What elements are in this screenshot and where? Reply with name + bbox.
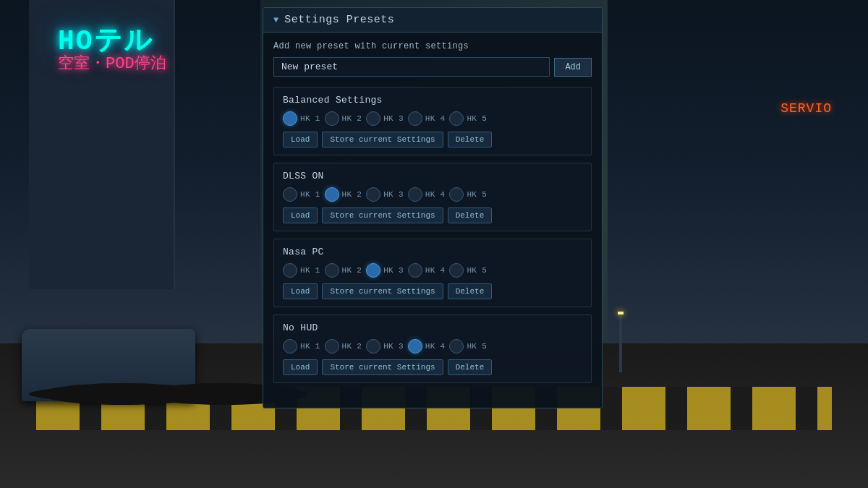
hotkey-item-balanced-hk4: HK 4 <box>408 111 446 126</box>
hotkey-circle-balanced-hk2[interactable] <box>325 111 339 126</box>
hotkey-label-balanced-hk2: HK 2 <box>342 114 362 123</box>
hotel-sub-sign: 空室・POD停泊 <box>58 52 166 74</box>
actions-row-dlss: LoadStore current SettingsDelete <box>283 207 582 223</box>
store-button-nohud[interactable]: Store current Settings <box>322 359 443 375</box>
hotkey-item-balanced-hk1: HK 1 <box>283 111 320 126</box>
hotkey-label-nohud-hk5: HK 5 <box>467 342 487 351</box>
load-button-balanced[interactable]: Load <box>283 132 318 147</box>
hotkey-label-nohud-hk4: HK 4 <box>425 342 446 351</box>
hotkey-item-nohud-hk3: HK 3 <box>366 339 404 354</box>
light-head-right <box>618 312 624 314</box>
hotkey-item-balanced-hk5: HK 5 <box>449 111 487 126</box>
hotkey-label-nasapc-hk3: HK 3 <box>383 266 404 275</box>
hotkey-label-dlss-hk3: HK 3 <box>383 190 404 199</box>
load-button-nohud[interactable]: Load <box>283 359 318 375</box>
hotkey-item-nohud-hk5: HK 5 <box>449 339 487 354</box>
hotkey-label-nohud-hk1: HK 1 <box>300 342 320 351</box>
preset-card-balanced: Balanced SettingsHK 1HK 2HK 3HK 4HK 5Loa… <box>273 87 592 155</box>
hotkey-circle-balanced-hk1[interactable] <box>283 111 297 126</box>
add-preset-button[interactable]: Add <box>554 58 592 77</box>
delete-button-balanced[interactable]: Delete <box>448 132 493 147</box>
hotkey-circle-nohud-hk4[interactable] <box>408 339 422 354</box>
hotkey-circle-nasapc-hk5[interactable] <box>449 263 464 278</box>
hotkey-item-nasapc-hk1: HK 1 <box>283 263 320 278</box>
hotkeys-row-balanced: HK 1HK 2HK 3HK 4HK 5 <box>283 111 582 126</box>
panel-body: Add new preset with current settings Add… <box>263 33 602 399</box>
hotkey-label-balanced-hk5: HK 5 <box>467 114 487 123</box>
hotkey-label-dlss-hk2: HK 2 <box>342 190 362 199</box>
add-preset-row: Add <box>273 57 592 77</box>
hotkey-label-nasapc-hk1: HK 1 <box>300 266 320 275</box>
hotkey-item-balanced-hk3: HK 3 <box>366 111 404 126</box>
delete-button-nasapc[interactable]: Delete <box>448 283 493 299</box>
hotkey-circle-balanced-hk3[interactable] <box>366 111 380 126</box>
hotkey-item-dlss-hk5: HK 5 <box>449 187 487 202</box>
hotkey-circle-dlss-hk2[interactable] <box>325 187 339 202</box>
store-button-balanced[interactable]: Store current Settings <box>322 132 443 147</box>
hotkey-circle-nasapc-hk2[interactable] <box>325 263 339 278</box>
actions-row-nasapc: LoadStore current SettingsDelete <box>283 283 582 299</box>
presets-container: Balanced SettingsHK 1HK 2HK 3HK 4HK 5Loa… <box>273 87 592 383</box>
hotkey-circle-nasapc-hk4[interactable] <box>408 263 422 278</box>
preset-card-dlss: DLSS ONHK 1HK 2HK 3HK 4HK 5LoadStore cur… <box>273 163 592 231</box>
hotkeys-row-nasapc: HK 1HK 2HK 3HK 4HK 5 <box>283 263 582 278</box>
hotkey-circle-nohud-hk1[interactable] <box>283 339 297 354</box>
hotkey-circle-dlss-hk4[interactable] <box>408 187 422 202</box>
hotkey-label-dlss-hk4: HK 4 <box>425 190 446 199</box>
hotkey-label-nasapc-hk2: HK 2 <box>342 266 362 275</box>
preset-name-dlss: DLSS ON <box>283 171 582 181</box>
hotkey-label-dlss-hk1: HK 1 <box>300 190 320 199</box>
load-button-dlss[interactable]: Load <box>283 207 318 223</box>
add-preset-section: Add new preset with current settings Add <box>273 41 592 77</box>
preset-name-nasapc: Nasa PC <box>283 247 582 257</box>
preset-name-balanced: Balanced Settings <box>283 95 582 106</box>
hotkey-circle-nasapc-hk3[interactable] <box>366 263 380 278</box>
hotkey-item-dlss-hk2: HK 2 <box>325 187 362 202</box>
hotkey-label-dlss-hk5: HK 5 <box>467 190 487 199</box>
hotkey-circle-nohud-hk3[interactable] <box>366 339 380 354</box>
hotkey-circle-nasapc-hk1[interactable] <box>283 263 297 278</box>
hotkey-item-nasapc-hk5: HK 5 <box>449 263 487 278</box>
hotkey-label-balanced-hk4: HK 4 <box>425 114 446 123</box>
preset-name-input[interactable] <box>273 57 550 77</box>
hotkey-label-nasapc-hk5: HK 5 <box>467 266 487 275</box>
hotkey-item-dlss-hk3: HK 3 <box>366 187 404 202</box>
hotkey-item-nohud-hk4: HK 4 <box>408 339 446 354</box>
hotkey-circle-dlss-hk3[interactable] <box>366 187 380 202</box>
collapse-icon[interactable]: ▼ <box>273 15 278 25</box>
hotkey-label-nasapc-hk4: HK 4 <box>425 266 446 275</box>
hotkey-item-nasapc-hk3: HK 3 <box>366 263 404 278</box>
hotkey-circle-dlss-hk1[interactable] <box>283 187 297 202</box>
store-button-nasapc[interactable]: Store current Settings <box>322 283 443 299</box>
hotkey-circle-nohud-hk2[interactable] <box>325 339 339 354</box>
store-button-dlss[interactable]: Store current Settings <box>322 207 443 223</box>
preset-card-nohud: No HUDHK 1HK 2HK 3HK 4HK 5LoadStore curr… <box>273 314 592 383</box>
hotkey-item-balanced-hk2: HK 2 <box>325 111 362 126</box>
actions-row-balanced: LoadStore current SettingsDelete <box>283 132 582 147</box>
hotkey-label-nohud-hk3: HK 3 <box>383 342 404 351</box>
panel-title: Settings Presets <box>284 14 394 26</box>
hotkeys-row-nohud: HK 1HK 2HK 3HK 4HK 5 <box>283 339 582 354</box>
street-light-right <box>619 314 622 372</box>
hotkey-item-nohud-hk1: HK 1 <box>283 339 320 354</box>
car <box>22 329 195 401</box>
hotkey-item-nasapc-hk4: HK 4 <box>408 263 446 278</box>
hotkey-item-nohud-hk2: HK 2 <box>325 339 362 354</box>
hotkey-item-nasapc-hk2: HK 2 <box>325 263 362 278</box>
settings-presets-panel: ▼ Settings Presets Add new preset with c… <box>263 7 603 408</box>
hotkey-circle-balanced-hk5[interactable] <box>449 111 464 126</box>
hotkey-circle-dlss-hk5[interactable] <box>449 187 464 202</box>
preset-name-nohud: No HUD <box>283 322 582 333</box>
actions-row-nohud: LoadStore current SettingsDelete <box>283 359 582 375</box>
panel-header: ▼ Settings Presets <box>263 8 602 33</box>
hotkey-label-balanced-hk3: HK 3 <box>383 114 404 123</box>
delete-button-dlss[interactable]: Delete <box>448 207 493 223</box>
preset-card-nasapc: Nasa PCHK 1HK 2HK 3HK 4HK 5LoadStore cur… <box>273 239 592 307</box>
delete-button-nohud[interactable]: Delete <box>448 359 493 375</box>
load-button-nasapc[interactable]: Load <box>283 283 318 299</box>
right-neon-sign: SERVIO <box>780 101 832 116</box>
hotkey-circle-nohud-hk5[interactable] <box>449 339 464 354</box>
hotkey-circle-balanced-hk4[interactable] <box>408 111 422 126</box>
add-preset-label: Add new preset with current settings <box>273 41 592 51</box>
hotkey-item-dlss-hk1: HK 1 <box>283 187 320 202</box>
